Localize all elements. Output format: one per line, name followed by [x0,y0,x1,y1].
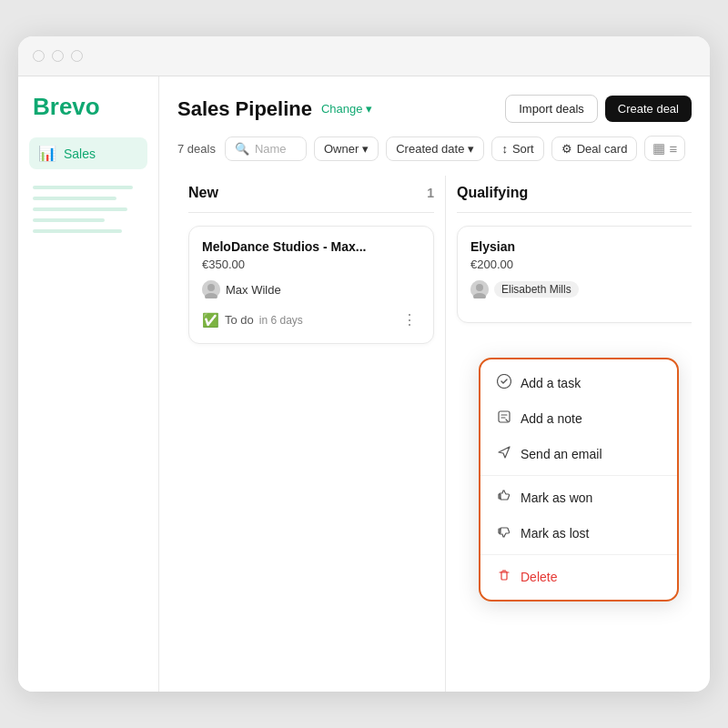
sort-button[interactable]: ↕ Sort [491,136,543,161]
menu-item-add-note[interactable]: Add a note [480,400,677,436]
main-header: Sales Pipeline Change ▾ Import deals Cre… [177,95,692,123]
name-placeholder: Name [255,142,287,156]
owner-label: Owner [324,142,359,156]
task-check-icon: ✅ [202,312,219,329]
titlebar-dot-2 [52,50,64,62]
menu-item-send-email[interactable]: Send an email [480,436,677,471]
add-note-icon [497,410,511,427]
column-new-header: New 1 [188,176,434,213]
sales-icon: 📊 [38,145,56,162]
header-actions: Import deals Create deal [505,95,692,123]
mark-won-icon [497,489,511,506]
more-options-icon[interactable]: ⋮ [399,309,420,330]
svg-rect-7 [499,411,510,422]
sidebar: Brevo 📊 Sales [18,76,159,692]
page-title: Sales Pipeline [177,97,312,121]
context-menu-divider-2 [480,554,677,555]
sidebar-line-1 [33,186,133,189]
filters-bar: 7 deals 🔍 Name Owner ▾ Created date ▾ ↕ … [177,136,692,161]
owner-badge-elisabeth: Elisabeth Mills [494,281,579,298]
import-deals-button[interactable]: Import deals [505,95,598,123]
titlebar [18,36,710,76]
sidebar-line-3 [33,207,127,211]
sidebar-item-sales-label: Sales [64,147,96,161]
deal-card-button[interactable]: ⚙ Deal card [551,136,638,161]
menu-item-add-task[interactable]: Add a task [480,365,677,400]
owner-avatar-max [202,280,220,298]
column-qualifying-header: Qualifying 2 [457,176,692,213]
svg-point-6 [498,375,511,389]
deals-count: 7 deals [177,142,216,156]
delete-icon [497,568,511,585]
add-note-label: Add a note [521,411,582,426]
menu-item-mark-won[interactable]: Mark as won [480,480,677,515]
task-info: ✅ To do in 6 days [202,312,303,329]
sidebar-line-5 [33,229,122,233]
deal-value-melodance: €350.00 [202,258,420,271]
owner-avatar-elisabeth [470,280,489,298]
search-icon: 🔍 [235,142,249,156]
svg-point-4 [476,284,483,291]
create-deal-button[interactable]: Create deal [605,96,692,122]
deal-card-melodance[interactable]: MeloDance Studios - Max... €350.00 Max W… [188,226,434,344]
change-button[interactable]: Change ▾ [321,102,372,116]
titlebar-dot-3 [71,50,83,62]
name-filter[interactable]: 🔍 Name [225,136,307,161]
column-qualifying-title: Qualifying [457,185,528,201]
svg-point-1 [207,284,215,291]
kanban-board: New 1 MeloDance Studios - Max... €350.00… [177,176,692,692]
grid-view-icon[interactable]: ▦ [652,140,665,157]
list-view-icon[interactable]: ≡ [669,141,677,157]
mark-won-label: Mark as won [521,490,592,505]
mark-lost-label: Mark as lost [521,526,589,541]
menu-item-mark-lost[interactable]: Mark as lost [480,515,677,551]
mark-lost-icon [497,524,511,541]
sidebar-line-2 [33,197,116,200]
deal-name-elysian: Elysian [470,239,689,254]
context-menu-divider-1 [480,475,677,476]
sidebar-nav: 📊 Sales [29,137,147,169]
owner-filter[interactable]: Owner ▾ [314,136,379,161]
deal-card-elysian[interactable]: Elysian €200.00 Elisabeth Mills [457,226,692,323]
deal-card-label: Deal card [577,142,628,156]
deal-value-elysian: €200.00 [470,258,689,271]
sort-label: Sort [512,142,534,156]
owner-name-max: Max Wilde [226,283,281,297]
deal-card-gear-icon: ⚙ [561,142,572,156]
sidebar-item-sales[interactable]: 📊 Sales [29,137,147,169]
titlebar-dot-1 [33,50,45,62]
view-toggle: ▦ ≡ [644,136,685,161]
send-email-icon [497,445,511,462]
deal-owner-elysian: Elisabeth Mills [470,280,689,298]
delete-label: Delete [521,570,557,584]
column-new-title: New [188,185,218,201]
sort-icon: ↕ [501,142,508,156]
column-new: New 1 MeloDance Studios - Max... €350.00… [177,176,446,692]
logo: Brevo [29,93,147,121]
column-new-count: 1 [427,186,434,200]
sidebar-lines [29,186,147,233]
owner-name-elisabeth: Elisabeth Mills [501,283,571,296]
add-task-icon [497,374,511,391]
context-menu: Add a task Add a note Send an email [479,358,679,602]
title-area: Sales Pipeline Change ▾ [177,97,372,121]
owner-chevron-icon: ▾ [362,142,369,156]
created-date-label: Created date [396,142,464,156]
app-window: Brevo 📊 Sales Sales Pipeline [18,36,710,692]
deal-owner-melodance: Max Wilde [202,280,420,298]
task-due: in 6 days [259,314,303,327]
sidebar-line-4 [33,218,105,222]
deal-task-row-melodance: ✅ To do in 6 days ⋮ [202,309,420,330]
date-filter[interactable]: Created date ▾ [386,136,484,161]
menu-item-delete[interactable]: Delete [480,559,677,594]
app-body: Brevo 📊 Sales Sales Pipeline [18,76,710,692]
send-email-label: Send an email [521,447,602,461]
main-content: Sales Pipeline Change ▾ Import deals Cre… [159,76,710,692]
add-task-label: Add a task [521,376,581,390]
date-chevron-icon: ▾ [468,142,474,156]
deal-name-melodance: MeloDance Studios - Max... [202,239,420,254]
task-label: To do [225,313,254,327]
